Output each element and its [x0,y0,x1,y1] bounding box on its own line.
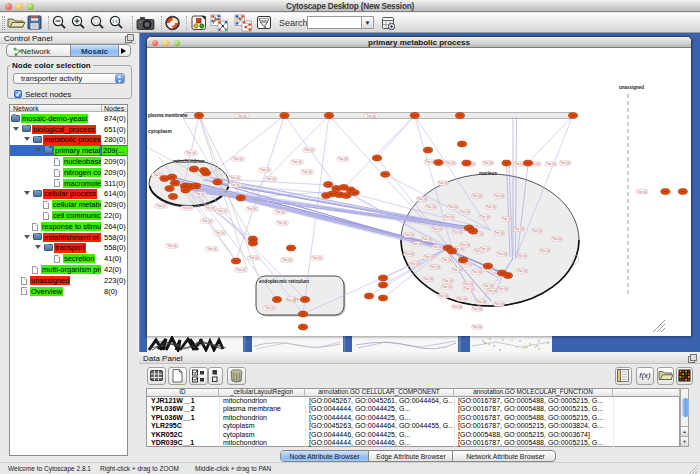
svg-text:Yxx (x): Yxx (x) [292,160,302,164]
svg-text:Yxx (x): Yxx (x) [483,284,493,288]
svg-text:Yxx (x): Yxx (x) [230,176,240,180]
svg-text:Yxx (x): Yxx (x) [476,300,486,304]
svg-text:cytoplasm: cytoplasm [148,129,172,134]
svg-text:Yxx (x): Yxx (x) [480,215,490,219]
svg-text:Yxx (x): Yxx (x) [457,297,467,301]
svg-text:Yxx (x): Yxx (x) [464,287,474,291]
svg-text:Yxx (x): Yxx (x) [217,209,227,213]
svg-text:Yxx (x): Yxx (x) [486,205,496,209]
svg-text:Yxx (x): Yxx (x) [302,170,312,174]
svg-text:Yxx (x): Yxx (x) [560,161,570,165]
svg-text:Yxx (x): Yxx (x) [265,306,275,310]
svg-text:Yxx (x): Yxx (x) [494,194,504,198]
svg-text:Yxx (x): Yxx (x) [448,205,458,209]
svg-text:Yxx (x): Yxx (x) [498,287,508,291]
svg-text:Yxx (x): Yxx (x) [247,207,257,211]
svg-text:Yxx (x): Yxx (x) [540,249,550,253]
svg-text:Yxx (x): Yxx (x) [472,325,482,329]
svg-text:Yxx (x): Yxx (x) [237,114,247,118]
svg-text:Yxx (x): Yxx (x) [182,206,192,210]
svg-text:Yxx (x): Yxx (x) [483,161,493,165]
svg-text:Yxx (x): Yxx (x) [472,270,482,274]
svg-text:Yxx (x): Yxx (x) [494,302,504,306]
svg-text:Yxx (x): Yxx (x) [452,305,462,309]
svg-text:Yxx (x): Yxx (x) [444,215,454,219]
svg-text:Yxx (x): Yxx (x) [472,194,482,198]
svg-text:Yxx (x): Yxx (x) [442,285,452,289]
svg-text:Yxx (x): Yxx (x) [423,277,433,281]
svg-text:Yxx (x): Yxx (x) [430,265,440,269]
svg-text:Yxx (x): Yxx (x) [494,231,504,235]
svg-text:Yxx (x): Yxx (x) [502,217,512,221]
svg-text:Yxx (x): Yxx (x) [463,282,473,286]
svg-text:Yxx (x): Yxx (x) [275,210,285,214]
svg-text:Yxx (x): Yxx (x) [205,206,215,210]
svg-text:Yxx (x): Yxx (x) [460,243,470,247]
svg-text:Yxx (x): Yxx (x) [366,114,376,118]
svg-text:Yxx (x): Yxx (x) [517,254,527,258]
svg-text:Yxx (x): Yxx (x) [546,162,556,166]
svg-text:1:1: 1:1 [112,19,118,24]
svg-text:Yxx (x): Yxx (x) [443,279,453,283]
svg-text:Yxx (x): Yxx (x) [286,298,296,302]
svg-text:Yxx (x): Yxx (x) [452,230,462,234]
svg-text:Yxx (x): Yxx (x) [442,258,452,262]
svg-text:endoplasmic reticulum: endoplasmic reticulum [259,279,309,284]
svg-text:Yxx (x): Yxx (x) [472,307,482,311]
svg-text:Yxx (x): Yxx (x) [425,160,435,164]
svg-text:Yxx (x): Yxx (x) [438,181,448,185]
svg-text:Yxx (x): Yxx (x) [230,183,240,187]
svg-text:Yxx (x): Yxx (x) [282,258,292,262]
svg-text:Yxx (x): Yxx (x) [266,177,276,181]
svg-text:Yxx (x): Yxx (x) [156,204,166,208]
svg-text:Yxx (x): Yxx (x) [215,231,225,235]
svg-text:Yxx (x): Yxx (x) [497,252,507,256]
svg-text:plasma membrane: plasma membrane [148,113,188,118]
svg-text:Yxx (x): Yxx (x) [532,229,542,233]
svg-text:Yxx (x): Yxx (x) [412,242,422,246]
svg-text:Yxx (x): Yxx (x) [312,256,322,260]
svg-text:Yxx (x): Yxx (x) [202,219,212,223]
svg-text:Yxx (x): Yxx (x) [432,227,442,231]
svg-text:Yxx (x): Yxx (x) [260,168,270,172]
svg-text:Yxx (x): Yxx (x) [417,197,427,201]
svg-text:Yxx (x): Yxx (x) [233,157,243,161]
svg-text:Yxx (x): Yxx (x) [410,262,420,266]
svg-text:Yxx (x): Yxx (x) [514,227,524,231]
svg-text:Yxx (x): Yxx (x) [517,269,527,273]
svg-text:Yxx (x): Yxx (x) [249,256,259,260]
svg-text:Yxx (x): Yxx (x) [404,233,414,237]
svg-text:Yxx (x): Yxx (x) [460,210,470,214]
svg-text:Yxx (x): Yxx (x) [637,190,647,194]
svg-text:Yxx (x): Yxx (x) [452,268,462,272]
svg-text:Yxx (x): Yxx (x) [338,157,348,161]
svg-text:Yxx (x): Yxx (x) [277,221,287,225]
svg-text:Yxx (x): Yxx (x) [514,162,524,166]
svg-text:Yxx (x): Yxx (x) [426,205,436,209]
svg-text:Yxx (x): Yxx (x) [438,294,448,298]
svg-text:Yxx (x): Yxx (x) [480,247,490,251]
svg-text:Yxx (x): Yxx (x) [186,151,196,155]
svg-text:Yxx (x): Yxx (x) [432,245,442,249]
svg-text:Yxx (x): Yxx (x) [552,237,562,241]
svg-text:Yxx (x): Yxx (x) [195,192,205,196]
svg-text:Yxx (x): Yxx (x) [404,252,414,256]
svg-text:Yxx (x): Yxx (x) [207,247,217,251]
svg-text:nucleus: nucleus [479,171,497,176]
svg-text:Yxx (x): Yxx (x) [445,161,455,165]
svg-text:Yxx (x): Yxx (x) [304,148,314,152]
svg-text:Yxx (x): Yxx (x) [424,255,434,259]
svg-text:unassigned: unassigned [619,85,644,90]
svg-text:Yxx (x): Yxx (x) [422,237,432,241]
svg-text:Yxx (x): Yxx (x) [236,268,246,272]
svg-text:Yxx (x): Yxx (x) [167,244,177,248]
svg-text:Yxx (x): Yxx (x) [487,289,497,293]
